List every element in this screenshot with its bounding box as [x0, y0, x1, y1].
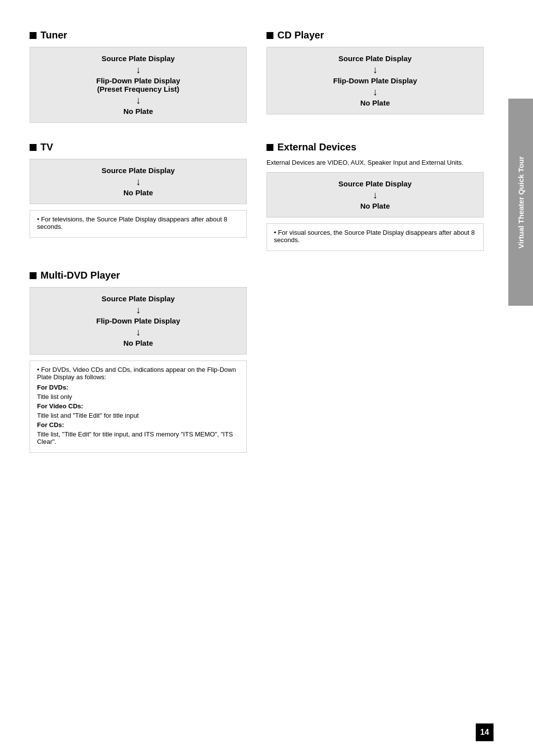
tv-label: TV — [40, 142, 53, 153]
cd-flow-3: No Plate — [277, 99, 473, 107]
tuner-flow-3: No Plate — [40, 107, 236, 115]
dvd-title: Multi-DVD Player — [30, 270, 247, 281]
ext-flow-box: Source Plate Display ↓ No Plate — [266, 172, 484, 217]
tuner-section: Tuner Source Plate Display ↓ Flip-Down P… — [30, 30, 247, 137]
dvd-label: Multi-DVD Player — [40, 270, 120, 281]
ext-flow-2: No Plate — [277, 202, 473, 210]
dvd-note-intro: For DVDs, Video CDs and CDs, indications… — [37, 366, 239, 381]
bottom-right-empty — [266, 270, 484, 467]
dvd-flow-1: Source Plate Display — [40, 294, 236, 303]
cd-flow-box: Source Plate Display ↓ Flip-Down Plate D… — [266, 47, 484, 114]
ext-note-box: For visual sources, the Source Plate Dis… — [266, 223, 484, 251]
cd-label: CD Player — [277, 30, 324, 41]
dvd-arrow-1: ↓ — [40, 303, 236, 317]
tuner-label: Tuner — [40, 30, 67, 41]
page-number: 14 — [476, 723, 494, 741]
bottom-row: Multi-DVD Player Source Plate Display ↓ … — [30, 270, 484, 467]
tv-block: TV Source Plate Display ↓ No Plate For t… — [30, 142, 247, 238]
top-row: Tuner Source Plate Display ↓ Flip-Down P… — [30, 30, 484, 137]
dvd-block: Multi-DVD Player Source Plate Display ↓ … — [30, 270, 247, 453]
tv-note-text: For televisions, the Source Plate Displa… — [37, 216, 239, 230]
ext-desc: External Devices are VIDEO, AUX, Speaker… — [266, 159, 484, 166]
cd-section: CD Player Source Plate Display ↓ Flip-Do… — [266, 30, 484, 137]
ext-flow-1: Source Plate Display — [277, 180, 473, 188]
ext-block: External Devices External Devices are VI… — [266, 142, 484, 251]
tv-title: TV — [30, 142, 247, 153]
tv-flow-1: Source Plate Display — [40, 166, 236, 175]
tv-flow-box: Source Plate Display ↓ No Plate — [30, 159, 247, 204]
tv-section: TV Source Plate Display ↓ No Plate For t… — [30, 142, 247, 265]
tv-arrow-1: ↓ — [40, 175, 236, 188]
dvd-flow-box: Source Plate Display ↓ Flip-Down Plate D… — [30, 287, 247, 355]
cd-flow-1: Source Plate Display — [277, 54, 473, 63]
dvd-for-vcds-text: Title list and "Title Edit" for title in… — [37, 412, 239, 419]
dvd-arrow-2: ↓ — [40, 325, 236, 339]
middle-row: TV Source Plate Display ↓ No Plate For t… — [30, 142, 484, 265]
cd-arrow-1: ↓ — [277, 63, 473, 76]
tuner-flow-2: Flip-Down Plate Display — [40, 76, 236, 85]
cd-block: CD Player Source Plate Display ↓ Flip-Do… — [266, 30, 484, 114]
ext-arrow-1: ↓ — [277, 188, 473, 202]
tuner-flow-1: Source Plate Display — [40, 54, 236, 63]
tuner-block: Tuner Source Plate Display ↓ Flip-Down P… — [30, 30, 247, 123]
dvd-flow-3: No Plate — [40, 339, 236, 347]
dvd-note-box: For DVDs, Video CDs and CDs, indications… — [30, 360, 247, 453]
tv-flow-2: No Plate — [40, 188, 236, 197]
ext-title: External Devices — [266, 142, 484, 153]
ext-label: External Devices — [277, 142, 356, 153]
dvd-flow-2: Flip-Down Plate Display — [40, 317, 236, 325]
dvd-section: Multi-DVD Player Source Plate Display ↓ … — [30, 270, 247, 467]
tuner-flow-box: Source Plate Display ↓ Flip-Down Plate D… — [30, 47, 247, 123]
cd-flow-2: Flip-Down Plate Display — [277, 76, 473, 85]
tuner-arrow-2: ↓ — [40, 93, 236, 107]
tuner-flow-2b: (Preset Frequency List) — [40, 85, 236, 93]
cd-arrow-2: ↓ — [277, 85, 473, 99]
ext-note-text: For visual sources, the Source Plate Dis… — [274, 229, 476, 244]
sidebar-tab-label: Virtual Theater Quick Tour — [517, 156, 525, 249]
dvd-for-vcds-label: For Video CDs: — [37, 402, 239, 410]
dvd-for-cds-label: For CDs: — [37, 421, 239, 429]
main-content: Tuner Source Plate Display ↓ Flip-Down P… — [30, 30, 484, 726]
dvd-for-dvds-text: Title list only — [37, 393, 239, 400]
sidebar-tab: Virtual Theater Quick Tour — [508, 99, 533, 306]
cd-title: CD Player — [266, 30, 484, 41]
tv-note-box: For televisions, the Source Plate Displa… — [30, 210, 247, 238]
ext-section: External Devices External Devices are VI… — [266, 142, 484, 265]
dvd-for-cds-text: Title list, "Title Edit" for title input… — [37, 431, 239, 445]
dvd-for-dvds-label: For DVDs: — [37, 384, 239, 391]
tuner-title: Tuner — [30, 30, 247, 41]
tuner-arrow-1: ↓ — [40, 63, 236, 76]
